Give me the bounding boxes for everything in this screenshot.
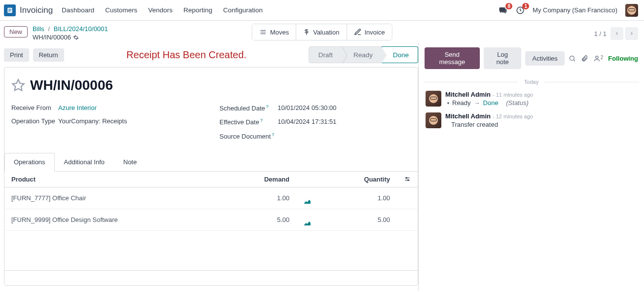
crumb-current: WH/IN/00006 [33, 34, 71, 42]
main-menu: Dashboard Customers Vendors Reporting Co… [62, 6, 263, 14]
status-done[interactable]: Done [382, 46, 418, 63]
col-quantity[interactable]: Quantity [318, 172, 397, 187]
menu-vendors[interactable]: Vendors [148, 6, 173, 14]
star-icon[interactable] [11, 78, 25, 92]
menu-dashboard[interactable]: Dashboard [62, 6, 94, 14]
activities-button[interactable]: Activities [525, 51, 564, 66]
receive-from-value[interactable]: Azure Interior [58, 104, 97, 111]
message-day-separator: Today [419, 79, 644, 85]
message-avatar[interactable] [426, 112, 441, 128]
col-adjust[interactable] [397, 172, 418, 187]
status-bar: Draft Ready Done [309, 46, 418, 63]
message: Mitchell Admin - 12 minutes agoTransfer … [419, 110, 644, 131]
return-button[interactable]: Return [33, 48, 64, 62]
notebook-tabs: Operations Additional Info Note [4, 153, 408, 171]
tab-note[interactable]: Note [114, 153, 146, 171]
scheduled-date-value: 10/01/2024 05:30:00 [278, 104, 336, 112]
cell-demand: 1.00 [227, 187, 296, 209]
valuation-button[interactable]: Valuation [296, 24, 346, 40]
followers-icon[interactable]: 2 [593, 55, 604, 62]
search-icon[interactable] [569, 55, 576, 62]
col-product[interactable]: Product [4, 172, 227, 187]
forecast-icon[interactable] [296, 209, 318, 230]
cell-demand: 5.00 [227, 209, 296, 230]
attachment-icon[interactable] [581, 55, 588, 62]
svg-line-14 [573, 60, 575, 61]
svg-point-12 [408, 180, 409, 181]
control-panel: New Bills / BILL/2024/10/0001 WH/IN/0000… [0, 21, 644, 42]
effective-date-label: Effective Date? [219, 118, 278, 126]
invoice-label: Invoice [364, 29, 385, 36]
source-document-label: Source Document? [219, 132, 278, 140]
svg-rect-2 [8, 10, 11, 10]
svg-point-10 [406, 178, 407, 179]
operations-table: Product Demand Quantity [FURN_7777] Offi [4, 172, 418, 231]
follower-count: 2 [601, 55, 604, 60]
pager-next[interactable] [625, 27, 638, 40]
status-draft[interactable]: Draft [309, 47, 341, 63]
log-note-button[interactable]: Log note [484, 47, 522, 69]
app-icon[interactable] [4, 4, 16, 16]
receive-from-label: Receive From [11, 104, 58, 111]
top-navbar: Invoicing Dashboard Customers Vendors Re… [0, 0, 644, 21]
following-button[interactable]: Following [608, 55, 638, 62]
svg-rect-3 [8, 11, 10, 11]
cell-product: [FURN_7777] Office Chair [4, 187, 227, 209]
operation-type-label: Operation Type [11, 117, 58, 125]
svg-point-15 [596, 56, 598, 58]
crumb-bills[interactable]: Bills [33, 25, 44, 33]
new-button[interactable]: New [4, 26, 28, 37]
tab-additional-info[interactable]: Additional Info [55, 153, 114, 171]
col-demand[interactable]: Demand [227, 172, 296, 187]
table-row[interactable]: [FURN_7777] Office Chair1.001.00 [4, 187, 418, 209]
activities-icon[interactable]: 1 [516, 6, 525, 15]
gear-icon[interactable] [73, 35, 79, 40]
alert-banner: Receipt Has Been Created. [68, 49, 305, 61]
messaging-icon[interactable]: 8 [498, 6, 508, 15]
help-icon[interactable]: ? [260, 118, 263, 123]
chat-badge: 8 [505, 3, 512, 9]
moves-label: Moves [270, 29, 289, 36]
svg-marker-8 [12, 79, 24, 90]
user-avatar[interactable] [625, 4, 638, 17]
status-ready[interactable]: Ready [342, 47, 382, 63]
help-icon[interactable]: ? [266, 104, 269, 109]
record-title: WH/IN/00006 [30, 77, 113, 93]
cell-qty: 1.00 [318, 187, 397, 209]
message-author[interactable]: Mitchell Admin [445, 112, 491, 120]
stat-buttons: Moves Valuation Invoice [252, 24, 393, 40]
cell-product: [FURN_9999] Office Design Software [4, 209, 227, 230]
invoice-button[interactable]: Invoice [346, 24, 392, 40]
table-row[interactable]: [FURN_9999] Office Design Software5.005.… [4, 209, 418, 230]
pager-prev[interactable] [610, 27, 623, 40]
company-switcher[interactable]: My Company (San Francisco) [533, 6, 617, 14]
pager-text[interactable]: 1 / 1 [594, 30, 607, 37]
forecast-icon[interactable] [296, 187, 318, 209]
message-time: - 12 minutes ago [493, 113, 533, 119]
crumb-bill-ref[interactable]: BILL/2024/10/0001 [54, 25, 108, 33]
menu-customers[interactable]: Customers [105, 6, 137, 14]
help-icon[interactable]: ? [272, 132, 274, 137]
chatter-panel: Send message Log note Activities 2 Follo… [418, 42, 644, 291]
menu-reporting[interactable]: Reporting [183, 6, 213, 14]
send-message-button[interactable]: Send message [425, 47, 480, 69]
menu-configuration[interactable]: Configuration [223, 6, 263, 14]
valuation-label: Valuation [313, 29, 339, 36]
moves-button[interactable]: Moves [252, 24, 296, 40]
breadcrumb: Bills / BILL/2024/10/0001 [33, 25, 108, 34]
svg-rect-1 [8, 9, 11, 9]
message-author[interactable]: Mitchell Admin [445, 91, 491, 98]
print-button[interactable]: Print [4, 48, 29, 62]
message-avatar[interactable] [426, 91, 441, 107]
clock-badge: 1 [522, 3, 529, 9]
message-time: - 11 minutes ago [493, 92, 533, 98]
operation-type-value: YourCompany: Receipts [58, 117, 127, 125]
scheduled-date-label: Scheduled Date? [219, 104, 278, 112]
sliders-icon [404, 176, 411, 182]
tab-operations[interactable]: Operations [4, 153, 55, 172]
svg-point-13 [570, 56, 574, 60]
message: Mitchell Admin - 11 minutes agoReady→Don… [419, 88, 644, 110]
form-sheet: WH/IN/00006 Receive From Azure Interior … [4, 67, 418, 286]
cell-qty: 5.00 [318, 209, 397, 230]
app-title[interactable]: Invoicing [20, 5, 53, 15]
